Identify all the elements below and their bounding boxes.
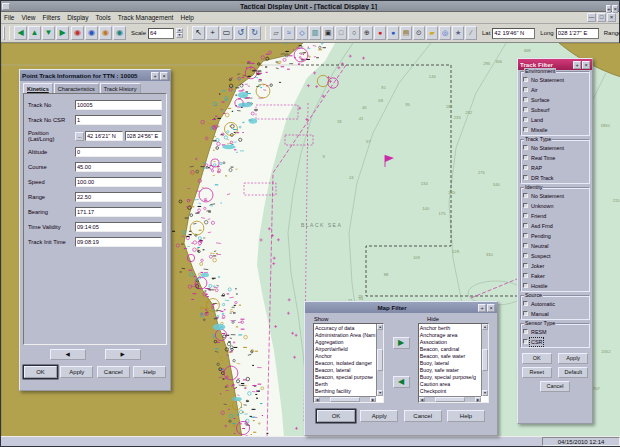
menu-view[interactable]: View xyxy=(21,14,35,21)
reset-button[interactable]: Reset xyxy=(522,367,552,378)
checkbox-no-statement[interactable] xyxy=(523,77,528,82)
long-value[interactable] xyxy=(556,28,599,39)
scroll-down-arrow[interactable]: ▼ xyxy=(377,390,383,396)
dialog-title-bar[interactable]: Map Filter +× xyxy=(305,302,497,313)
edit-icon[interactable]: ∕ xyxy=(465,26,477,40)
sphere-icon[interactable]: ● xyxy=(387,26,399,40)
checkbox-real-time[interactable] xyxy=(523,155,528,160)
checkbox-resm[interactable] xyxy=(523,329,528,334)
move-to-hide-button[interactable]: ▶ xyxy=(393,337,410,349)
tab-characteristics[interactable]: Characteristics xyxy=(54,83,99,93)
vertical-scrollbar[interactable]: ▲▼ xyxy=(376,324,383,396)
zoom-reset-icon[interactable]: ◉ xyxy=(113,26,126,40)
scroll-down-arrow[interactable]: ▼ xyxy=(482,390,488,396)
lat-value[interactable] xyxy=(492,28,535,39)
grid-icon[interactable]: □ xyxy=(335,26,347,40)
pan-west-icon[interactable]: ◀ xyxy=(14,26,27,40)
close-button[interactable]: × xyxy=(487,304,495,312)
cancel-button[interactable]: Cancel xyxy=(404,410,442,422)
checkbox-neutral[interactable] xyxy=(523,243,528,248)
scale-spinner[interactable]: ▲▼ xyxy=(176,28,183,38)
maximize-button[interactable]: + xyxy=(573,61,581,69)
checkbox-missile[interactable] xyxy=(523,127,528,132)
ok-button[interactable]: OK xyxy=(24,366,57,378)
speed-input[interactable] xyxy=(75,177,162,187)
altitude-input[interactable] xyxy=(75,147,162,157)
show-list[interactable]: Accuracy of dataAdministration Area (Nam… xyxy=(313,323,384,403)
list-item[interactable]: Anchorage area xyxy=(420,332,480,339)
list-item[interactable]: Buoy, safe water xyxy=(420,367,480,374)
list-item[interactable]: Checkpoint xyxy=(420,388,480,395)
checkbox-no-statement[interactable] xyxy=(523,145,528,150)
track-line-icon[interactable]: ≈ xyxy=(283,26,295,40)
checkbox-surface[interactable] xyxy=(523,97,528,102)
track-no-csr-input[interactable] xyxy=(75,115,162,125)
move-to-show-button[interactable]: ◀ xyxy=(393,376,410,388)
maximize-button[interactable]: + xyxy=(478,304,486,312)
message-icon[interactable]: ▤ xyxy=(400,26,412,40)
scroll-left-arrow[interactable]: ◀ xyxy=(314,397,320,402)
new-chart-icon[interactable]: ▭ xyxy=(3,26,5,40)
select-area-icon[interactable]: ▭ xyxy=(220,26,233,40)
course-input[interactable] xyxy=(75,162,162,172)
menu-track-management[interactable]: Track Management xyxy=(118,14,174,21)
zoom-out-icon[interactable]: ◉ xyxy=(85,26,98,40)
help-button[interactable]: Help xyxy=(133,366,166,378)
help-button[interactable]: Help xyxy=(447,410,485,422)
list-item[interactable]: Buoy, special purpose/g xyxy=(420,374,480,381)
position-browse-button[interactable]: ... xyxy=(75,132,84,141)
checkbox-asd-frnd[interactable] xyxy=(523,223,528,228)
list-item[interactable]: Anchor berth xyxy=(420,325,480,332)
zoom-area-icon[interactable]: ◉ xyxy=(99,26,112,40)
checkbox-manual[interactable] xyxy=(523,311,528,316)
dialog-title-bar[interactable]: Point Track Information for TTN : 10005 … xyxy=(20,70,170,81)
folder-icon[interactable]: ▰ xyxy=(426,26,438,40)
checkbox-friend[interactable] xyxy=(523,213,528,218)
alert-icon[interactable]: ● xyxy=(374,26,386,40)
list-item[interactable]: Beacon, cardinal xyxy=(420,346,480,353)
range-ring-icon[interactable]: ○ xyxy=(348,26,360,40)
minimize-window-button[interactable]: — xyxy=(587,13,596,22)
horizontal-scrollbar[interactable]: ◀▶ xyxy=(314,396,376,402)
center-cross-icon[interactable]: + xyxy=(206,26,219,40)
checkbox-no-statement[interactable] xyxy=(523,193,528,198)
scale-input[interactable] xyxy=(148,28,174,39)
menu-display[interactable]: Display xyxy=(67,14,88,21)
menu-tools[interactable]: Tools xyxy=(95,14,110,21)
list-item[interactable]: Beacon, isolated danger xyxy=(315,360,375,367)
checkbox-air[interactable] xyxy=(523,87,528,92)
chart-overlay-icon[interactable]: ▥ xyxy=(309,26,321,40)
list-item[interactable]: Airport/airfield xyxy=(315,346,375,353)
close-button[interactable]: × xyxy=(160,72,168,80)
compass-icon[interactable]: ★ xyxy=(452,26,464,40)
checkbox-hostile[interactable] xyxy=(523,283,528,288)
track-init-time-input[interactable] xyxy=(75,237,162,247)
scroll-right-arrow[interactable]: ▶ xyxy=(370,397,376,402)
list-item[interactable]: Aggregation xyxy=(315,339,375,346)
hide-list[interactable]: Anchor berthAnchorage areaAssociationBea… xyxy=(418,323,489,403)
ok-button[interactable]: OK xyxy=(522,353,552,364)
pan-east-icon[interactable]: ▶ xyxy=(56,26,69,40)
range-input[interactable] xyxy=(75,192,162,202)
checkbox-unknown[interactable] xyxy=(523,203,528,208)
checkbox-joker[interactable] xyxy=(523,263,528,268)
tab-kinetics[interactable]: Kinetics xyxy=(23,83,53,93)
checkbox-subsurf[interactable] xyxy=(523,107,528,112)
checkbox-rap[interactable] xyxy=(523,165,528,170)
horizontal-scrollbar[interactable]: ◀▶ xyxy=(419,396,481,402)
scroll-up-arrow[interactable]: ▲ xyxy=(377,324,383,330)
checkbox-land[interactable] xyxy=(523,117,528,122)
scroll-thumb[interactable] xyxy=(377,349,383,371)
close-button[interactable]: × xyxy=(612,5,618,13)
tab-track-history[interactable]: Track History xyxy=(100,83,141,93)
close-window-button[interactable]: × xyxy=(607,13,616,22)
position-long-input[interactable] xyxy=(125,131,163,141)
scroll-thumb[interactable] xyxy=(482,349,488,371)
list-item[interactable]: Buoy, lateral xyxy=(420,360,480,367)
apply-button[interactable]: Apply xyxy=(60,366,93,378)
vertical-scrollbar[interactable]: ▲▼ xyxy=(481,324,488,396)
zoom-in-icon[interactable]: ◉ xyxy=(71,26,84,40)
pan-south-icon[interactable]: ▼ xyxy=(42,26,55,40)
bearing-input[interactable] xyxy=(75,207,162,217)
list-item[interactable]: Administration Area (Nam xyxy=(315,332,375,339)
